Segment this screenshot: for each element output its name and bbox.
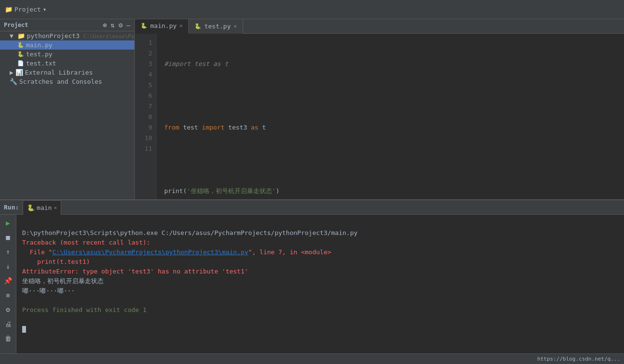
tab-main-py[interactable]: 🐍 main.py ✕ xyxy=(135,19,189,34)
pin-button[interactable]: 📌 xyxy=(2,274,14,287)
status-url: https://blog.csdn.net/q... xyxy=(537,356,620,362)
sidebar-header-icons: ⊕ ⇅ ⚙ — xyxy=(103,21,130,29)
output-line-5: AttributeError: type object 'test3' has … xyxy=(22,268,248,275)
sidebar-project-label: Project xyxy=(4,22,28,28)
minimize-icon[interactable]: — xyxy=(127,21,130,29)
code-line-5: print('坐稳咯，初号机开启暴走状态') xyxy=(164,186,616,196)
output-line-1: D:\pythonProject3\Scripts\python.exe C:/… xyxy=(22,229,358,236)
stop-button[interactable]: ■ xyxy=(2,231,14,244)
file-test-py[interactable]: 🐍 test.py xyxy=(0,50,134,59)
external-libraries[interactable]: ▶ 📊 External Libraries xyxy=(0,68,134,77)
tab-test-py[interactable]: 🐍 test.py ✕ xyxy=(189,19,243,34)
code-line-2 xyxy=(164,91,616,101)
run-tab-icon: 🐍 xyxy=(27,204,35,211)
expand-icon: ▶ xyxy=(10,69,13,76)
tab-test-close[interactable]: ✕ xyxy=(234,23,237,29)
run-tab-main[interactable]: 🐍 main ✕ xyxy=(23,200,61,215)
py-file-icon-2: 🐍 xyxy=(17,51,24,57)
sort-icon[interactable]: ⇅ xyxy=(111,21,115,29)
top-bar: 📁 Project ▾ xyxy=(0,0,624,19)
project-title: Project xyxy=(14,6,41,13)
project-root[interactable]: ▼ 📁 pythonProject3 C:\Users\asus\Pycharm… xyxy=(0,31,134,40)
output-line-9: Process finished with exit code 1 xyxy=(22,306,146,313)
tab-bar: 🐍 main.py ✕ 🐍 test.py ✕ xyxy=(135,19,624,34)
scratches-label: Scratches and Consoles xyxy=(19,78,102,85)
tab-main-close[interactable]: ✕ xyxy=(180,23,183,29)
bottom-tab-bar: Run: 🐍 main ✕ xyxy=(0,200,624,215)
add-icon[interactable]: ⊕ xyxy=(103,21,106,29)
tab-py-icon-2: 🐍 xyxy=(195,23,201,29)
dropdown-arrow-icon: ▾ xyxy=(43,6,47,13)
scroll-up-button[interactable]: ↑ xyxy=(2,246,14,258)
tab-py-icon-1: 🐍 xyxy=(141,23,147,29)
main-area: Project ⊕ ⇅ ⚙ — ▼ 📁 pythonProject3 C:\Us… xyxy=(0,19,624,199)
tab-test-label: test.py xyxy=(204,23,231,30)
bottom-toolbar: ▶ ■ ↑ ↓ 📌 ≡ ⚙ 🖨 🗑 xyxy=(0,215,16,353)
file-main-py-label: main.py xyxy=(26,41,52,49)
project-root-label: pythonProject3 C:\Users\asus\PycharmProj… xyxy=(27,32,135,39)
settings-icon[interactable]: ⚙ xyxy=(118,21,122,29)
sidebar: Project ⊕ ⇅ ⚙ — ▼ 📁 pythonProject3 C:\Us… xyxy=(0,19,135,199)
external-lib-icon: 📊 xyxy=(15,69,23,76)
filter-button[interactable]: ≡ xyxy=(2,289,14,301)
output-line-3: File "C:\Users\asus\PycharmProjects\pyth… xyxy=(22,248,331,256)
output-line-7: 嘟···嘟···嘟··· xyxy=(22,287,75,294)
code-line-1: #import test as t xyxy=(164,59,616,69)
run-tab-name: main xyxy=(37,204,52,211)
run-label: Run: xyxy=(4,204,19,211)
scroll-down-button[interactable]: ↓ xyxy=(2,260,14,273)
scratches-consoles[interactable]: 🔧 Scratches and Consoles xyxy=(0,77,134,86)
editor-area: 🐍 main.py ✕ 🐍 test.py ✕ 1 2 3 4 5 6 7 8 … xyxy=(135,19,624,199)
external-libraries-label: External Libraries xyxy=(25,69,93,76)
bottom-main: ▶ ■ ↑ ↓ 📌 ≡ ⚙ 🖨 🗑 D:\pythonProject3\Scri… xyxy=(0,215,624,353)
bottom-panel: Run: 🐍 main ✕ ▶ ■ ↑ ↓ 📌 ≡ ⚙ 🖨 🗑 D:\pytho… xyxy=(0,199,624,353)
file-test-txt-label: test.txt xyxy=(26,60,56,67)
output-line-6: 坐稳咯，初号机开启暴走状态 xyxy=(22,277,104,285)
code-line-4 xyxy=(164,154,616,165)
status-bar: https://blog.csdn.net/q... xyxy=(0,353,624,364)
file-main-py[interactable]: 🐍 main.py xyxy=(0,40,134,50)
bottom-output: D:\pythonProject3\Scripts\python.exe C:/… xyxy=(16,215,624,353)
project-label[interactable]: 📁 Project ▾ xyxy=(5,6,47,13)
traceback-link[interactable]: C:\Users\asus\PycharmProjects\pythonProj… xyxy=(52,248,248,256)
txt-file-icon: 📄 xyxy=(17,60,24,66)
scratch-icon: 🔧 xyxy=(10,78,17,85)
run-tab-close[interactable]: ✕ xyxy=(54,205,57,211)
folder-icon: 📁 xyxy=(5,6,13,13)
output-line-2: Traceback (most recent call last): xyxy=(22,239,150,246)
print-button[interactable]: 🖨 xyxy=(2,318,14,330)
run-button[interactable]: ▶ xyxy=(2,217,14,229)
folder-open-icon: ▼ 📁 xyxy=(10,32,25,39)
line-numbers: 1 2 3 4 5 6 7 8 9 10 11 xyxy=(135,34,156,199)
output-line-4: print(t.test1) xyxy=(22,258,90,265)
delete-button[interactable]: 🗑 xyxy=(2,332,14,345)
code-content[interactable]: #import test as t from test import test3… xyxy=(156,34,624,199)
tab-main-label: main.py xyxy=(150,22,177,29)
cursor-blink xyxy=(22,326,26,333)
file-test-py-label: test.py xyxy=(26,51,52,58)
py-file-icon: 🐍 xyxy=(17,42,24,48)
file-test-txt[interactable]: 📄 test.txt xyxy=(0,59,134,68)
settings-btn[interactable]: ⚙ xyxy=(2,303,14,316)
sidebar-header: Project ⊕ ⇅ ⚙ — xyxy=(0,19,134,31)
code-editor[interactable]: 1 2 3 4 5 6 7 8 9 10 11 #import test as … xyxy=(135,34,624,199)
code-line-3: from test import test3 as t xyxy=(164,122,616,133)
